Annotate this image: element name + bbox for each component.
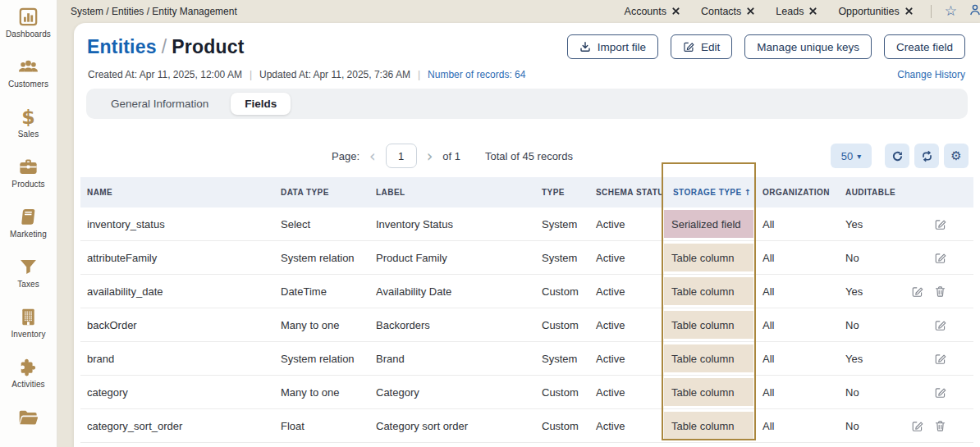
storage-type-badge: Table column bbox=[664, 277, 753, 305]
cell-data-type: Float bbox=[274, 420, 369, 432]
topbar-tab-opportunities[interactable]: Opportunities bbox=[838, 6, 912, 17]
storage-type-badge: Table column bbox=[664, 378, 753, 406]
delete-icon[interactable] bbox=[934, 285, 946, 298]
settings-button[interactable]: ⚙ bbox=[944, 144, 969, 168]
star-icon[interactable]: ☆ bbox=[945, 4, 957, 18]
edit-icon[interactable] bbox=[934, 218, 946, 230]
table-row[interactable]: category_sort_order Float Category sort … bbox=[80, 409, 973, 443]
edit-icon[interactable] bbox=[934, 319, 946, 331]
sidebar-item-label: Marketing bbox=[10, 230, 47, 239]
edit-icon[interactable] bbox=[934, 353, 946, 365]
table-row[interactable]: inventory_status Select Inventory Status… bbox=[80, 208, 973, 241]
sidebar-item-marketing[interactable]: Marketing bbox=[0, 206, 57, 239]
cell-name: category bbox=[80, 386, 274, 399]
table-row[interactable]: category Many to one Category Custom Act… bbox=[80, 376, 973, 409]
sidebar-item-dashboards[interactable]: Dashboards bbox=[0, 6, 57, 39]
entities-breadcrumb-link[interactable]: Entities bbox=[87, 36, 157, 57]
topbar: System / Entities / Entity Management ☆ … bbox=[57, 0, 980, 22]
change-history-link[interactable]: Change History bbox=[897, 69, 965, 80]
page-size-dropdown[interactable]: 50 ▾ bbox=[831, 144, 872, 168]
close-icon[interactable] bbox=[809, 7, 817, 15]
topbar-tab-contacts[interactable]: Contacts bbox=[701, 6, 754, 17]
sidebar-item-label: Customers bbox=[8, 80, 48, 89]
cell-schema-status: Active bbox=[589, 319, 662, 331]
cell-organization: All bbox=[756, 420, 839, 432]
cell-data-type: System relation bbox=[274, 353, 369, 365]
topbar-tab-label: Leads bbox=[776, 6, 804, 17]
topbar-tab-leads[interactable]: Leads bbox=[776, 6, 817, 17]
updated-at: Updated At: Apr 11, 2025, 7:36 AM bbox=[259, 69, 410, 80]
cell-actions bbox=[903, 285, 973, 298]
refresh-button[interactable] bbox=[885, 144, 909, 168]
storage-type-badge: Table column bbox=[664, 244, 753, 271]
column-header-schema-status[interactable]: SCHEMA STATUS bbox=[589, 188, 662, 197]
manage-unique-keys-button[interactable]: Manage unique keys bbox=[744, 34, 872, 59]
close-icon[interactable] bbox=[747, 7, 754, 15]
column-header-storage-type[interactable]: STORAGE TYPE↑ bbox=[662, 188, 756, 197]
sidebar-item-folder[interactable] bbox=[0, 406, 57, 430]
cell-type: Custom bbox=[535, 319, 589, 331]
table-row[interactable]: backOrder Many to one Backorders Custom … bbox=[80, 308, 973, 342]
sidebar-item-taxes[interactable]: Taxes bbox=[0, 256, 57, 289]
table-row[interactable]: attributeFamily System relation Product … bbox=[80, 241, 973, 275]
folder-icon bbox=[17, 406, 39, 428]
cell-storage-type: Table column bbox=[662, 241, 756, 274]
cell-schema-status: Active bbox=[589, 420, 662, 432]
sidebar-item-label: Taxes bbox=[17, 280, 39, 289]
cell-actions bbox=[903, 420, 973, 432]
tab-general-information[interactable]: General Information bbox=[97, 93, 222, 115]
cell-type: System bbox=[535, 218, 589, 230]
storage-type-badge: Table column bbox=[664, 311, 753, 339]
edit-icon[interactable] bbox=[911, 420, 923, 432]
page-number-input[interactable] bbox=[386, 144, 417, 168]
sidebar-item-sales[interactable]: $ Sales bbox=[0, 106, 57, 139]
sync-icon bbox=[921, 150, 933, 162]
cell-label: Category bbox=[369, 386, 535, 399]
edit-icon bbox=[683, 41, 694, 52]
table-row[interactable]: availability_date DateTime Availability … bbox=[80, 275, 973, 308]
sidebar-item-products[interactable]: Products bbox=[0, 156, 57, 189]
book-icon bbox=[17, 206, 39, 228]
close-icon[interactable] bbox=[672, 7, 680, 15]
cell-actions bbox=[903, 319, 973, 331]
create-field-button[interactable]: Create field bbox=[884, 34, 965, 59]
cell-actions bbox=[903, 353, 973, 365]
sidebar-item-label: Dashboards bbox=[6, 30, 51, 39]
edit-button[interactable]: Edit bbox=[671, 34, 732, 59]
column-header-name[interactable]: NAME bbox=[80, 188, 274, 197]
column-header-organization[interactable]: ORGANIZATION bbox=[756, 188, 839, 197]
sync-button[interactable] bbox=[914, 144, 939, 168]
column-header-auditable[interactable]: AUDITABLE bbox=[839, 188, 903, 197]
topbar-tab-accounts[interactable]: Accounts bbox=[625, 6, 680, 17]
sidebar-item-inventory[interactable]: Inventory bbox=[0, 306, 57, 339]
cell-name: attributeFamily bbox=[80, 252, 274, 264]
sidebar-item-activities[interactable]: Activities bbox=[0, 356, 57, 389]
cell-organization: All bbox=[756, 386, 839, 399]
edit-icon[interactable] bbox=[934, 252, 946, 264]
prev-page-icon[interactable]: ‹ bbox=[368, 148, 378, 164]
import-file-button[interactable]: Import file bbox=[567, 34, 658, 59]
main-card: Entities/Product Import file Edit Manage… bbox=[74, 23, 980, 447]
edit-icon[interactable] bbox=[934, 386, 946, 399]
close-icon[interactable] bbox=[905, 7, 913, 15]
topbar-divider bbox=[931, 5, 932, 18]
cell-organization: All bbox=[756, 353, 839, 365]
breadcrumb[interactable]: System / Entities / Entity Management bbox=[71, 6, 237, 17]
column-header-data-type[interactable]: DATA TYPE bbox=[274, 188, 369, 197]
cell-auditable: No bbox=[839, 319, 903, 331]
user-icon[interactable] bbox=[969, 3, 980, 20]
cell-data-type: DateTime bbox=[274, 285, 369, 298]
delete-icon[interactable] bbox=[934, 420, 946, 432]
sidebar-item-customers[interactable]: Customers bbox=[0, 56, 57, 89]
cell-name: inventory_status bbox=[80, 218, 274, 230]
record-count-link[interactable]: Number of records: 64 bbox=[428, 69, 525, 80]
column-header-type[interactable]: TYPE bbox=[535, 188, 589, 197]
cell-actions bbox=[903, 386, 973, 399]
cell-auditable: Yes bbox=[839, 353, 903, 365]
sidebar-item-label: Activities bbox=[11, 380, 44, 389]
tab-fields[interactable]: Fields bbox=[231, 93, 291, 115]
table-row[interactable]: brand System relation Brand System Activ… bbox=[80, 342, 973, 376]
next-page-icon[interactable]: › bbox=[425, 148, 435, 164]
column-header-label[interactable]: LABEL bbox=[369, 188, 535, 197]
edit-icon[interactable] bbox=[911, 285, 923, 298]
